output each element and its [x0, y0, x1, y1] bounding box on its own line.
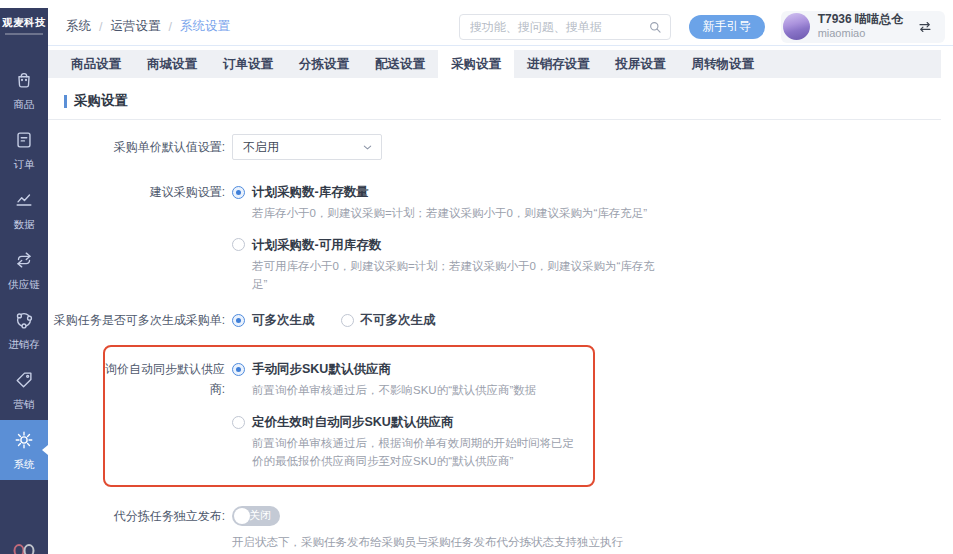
field-unit-price-default: 采购单价默认值设置: 不启用: [48, 134, 941, 160]
goods-bag-icon: [13, 69, 35, 95]
sidebar-item-system[interactable]: 系统: [0, 420, 48, 480]
field-label: 代分拣任务独立发布:: [48, 503, 225, 529]
settings-tabbar: 商品设置 商城设置 订单设置 分拣设置 配送设置 采购设置 进销存设置 投屏设置…: [48, 50, 941, 78]
new-user-guide-button[interactable]: 新手引导: [689, 15, 765, 39]
search-input[interactable]: [470, 20, 648, 34]
option-title: 手动同步SKU默认供应商: [252, 359, 391, 379]
radio-option-multi-not-allowed[interactable]: 不可多次生成: [341, 307, 436, 333]
sidebar-item-label: 订单: [14, 158, 35, 172]
tab-delivery-settings[interactable]: 配送设置: [362, 50, 438, 78]
field-multi-generate: 采购任务是否可多次生成采购单: 可多次生成 不可多次生成: [48, 307, 941, 333]
tab-invoicing-settings[interactable]: 进销存设置: [514, 50, 603, 78]
inventory-cycle-icon: [13, 309, 35, 335]
app-logo-subtext: [5, 33, 43, 35]
user-account-chip[interactable]: T7936 喵喵总仓 miaomiao: [781, 11, 945, 43]
sidebar-item-inventory[interactable]: 进销存: [0, 300, 48, 360]
sidebar-item-supply-chain[interactable]: 供应链: [0, 240, 48, 300]
breadcrumb-separator: /: [99, 20, 102, 34]
radio-option-plan-available-stock[interactable]: 计划采购数-可用库存数: [232, 235, 668, 255]
option-title: 定价生效时自动同步SKU默认供应商: [252, 412, 453, 432]
search-box: [459, 14, 671, 40]
supply-chain-arrows-icon: [13, 249, 35, 275]
section-divider: [48, 119, 941, 120]
field-label: 采购任务是否可多次生成采购单:: [48, 307, 225, 333]
breadcrumb-item-system[interactable]: 系统: [66, 18, 91, 35]
field-independent-publish: 代分拣任务独立发布: 关闭 开启状态下，采购任务发布给采购员与采购任务发布代分拣…: [48, 503, 941, 554]
field-suggest-purchase: 建议采购设置: 计划采购数-库存数量 若库存小于0，则建议采购=计划；若建议采购…: [48, 182, 941, 305]
page-title: 采购设置: [74, 92, 128, 110]
field-label: 询价自动同步默认供应商:: [105, 359, 225, 482]
chevron-down-icon: [362, 142, 373, 153]
sidebar-item-label: 商品: [14, 98, 35, 112]
sidebar-nav: 商品 订单 数据: [0, 60, 48, 480]
sidebar-item-label: 营销: [14, 398, 35, 412]
orders-doc-icon: [13, 129, 35, 155]
option-help: 前置询价单审核通过后，根据询价单有效周期的开始时间将已定价的最低报价供应商同步至…: [252, 435, 581, 471]
option-title: 可多次生成: [252, 307, 315, 333]
radio-checked-icon: [232, 314, 245, 327]
system-settings-page: 观麦科技 商品: [0, 0, 953, 554]
radio-checked-icon: [232, 363, 245, 376]
search-icon[interactable]: [648, 20, 662, 34]
app-logo[interactable]: 观麦科技: [0, 8, 48, 42]
option-help: 若库存小于0，则建议采购=计划；若建议采购小于0，则建议采购为“库存充足”: [252, 205, 668, 223]
purchase-settings-panel: 采购设置 采购单价默认值设置: 不启用 建议采购设置: 计划采购数-库存数量 若…: [48, 78, 941, 554]
sidebar: 观麦科技 商品: [0, 8, 48, 554]
radio-checked-icon: [232, 186, 245, 199]
user-account: miaomiao: [818, 27, 903, 41]
breadcrumb: 系统 / 运营设置 / 系统设置: [66, 18, 230, 35]
option-help: 前置询价单审核通过后，不影响SKU的“默认供应商”数据: [252, 382, 581, 400]
sidebar-item-label: 数据: [14, 218, 35, 232]
annotation-highlight-box: 询价自动同步默认供应商: 手动同步SKU默认供应商 前置询价单审核通过后，不影响…: [103, 345, 595, 486]
sidebar-item-data[interactable]: 数据: [0, 180, 48, 240]
tab-screencast-settings[interactable]: 投屏设置: [603, 50, 679, 78]
unit-price-select[interactable]: 不启用: [232, 134, 382, 160]
tab-order-settings[interactable]: 订单设置: [210, 50, 286, 78]
option-title: 计划采购数-可用库存数: [252, 235, 381, 255]
independent-publish-toggle[interactable]: 关闭: [232, 506, 280, 526]
option-title: 不可多次生成: [361, 307, 436, 333]
toggle-help-on: 开启状态下，采购任务发布给采购员与采购任务发布代分拣状态支持独立执行: [232, 532, 623, 553]
radio-option-manual-sync-supplier[interactable]: 手动同步SKU默认供应商: [232, 359, 581, 379]
toggle-knob: [234, 508, 250, 524]
toggle-state-label: 关闭: [249, 508, 271, 523]
radio-unchecked-icon: [232, 416, 245, 429]
breadcrumb-item-system-settings[interactable]: 系统设置: [180, 18, 230, 35]
user-name: T7936 喵喵总仓: [818, 12, 903, 27]
tab-purchase-settings[interactable]: 采购设置: [438, 50, 514, 78]
sidebar-item-goods[interactable]: 商品: [0, 60, 48, 120]
section-title-bar: [64, 95, 67, 108]
brand-mark: [14, 544, 35, 554]
sidebar-item-label: 系统: [14, 458, 35, 472]
option-help: 若可用库存小于0，则建议采购=计划；若建议采购小于0，则建议采购为“库存充足”: [252, 258, 668, 294]
sidebar-item-marketing[interactable]: 营销: [0, 360, 48, 420]
toggle-help: 开启状态下，采购任务发布给采购员与采购任务发布代分拣状态支持独立执行 关闭状态下…: [232, 532, 623, 554]
section-header: 采购设置: [64, 92, 941, 110]
radio-option-multi-allowed[interactable]: 可多次生成: [232, 307, 315, 333]
radio-unchecked-icon: [232, 238, 245, 251]
marketing-tag-icon: [13, 369, 35, 395]
user-names: T7936 喵喵总仓 miaomiao: [818, 12, 903, 41]
tab-goods-settings[interactable]: 商品设置: [58, 50, 134, 78]
data-chart-icon: [13, 189, 35, 215]
radio-option-plan-stock-qty[interactable]: 计划采购数-库存数量: [232, 182, 668, 202]
sidebar-item-label: 供应链: [8, 278, 40, 292]
tab-mall-settings[interactable]: 商城设置: [134, 50, 210, 78]
tab-turnover-settings[interactable]: 周转物设置: [679, 50, 768, 78]
system-gear-icon: [13, 429, 35, 455]
breadcrumb-item-operation-settings[interactable]: 运营设置: [110, 18, 160, 35]
sidebar-item-label: 进销存: [8, 338, 40, 352]
field-label: 建议采购设置:: [48, 182, 225, 202]
app-logo-text: 观麦科技: [2, 16, 46, 30]
breadcrumb-separator: /: [168, 20, 171, 34]
field-label: 采购单价默认值设置:: [48, 134, 225, 160]
radio-unchecked-icon: [341, 314, 354, 327]
select-value: 不启用: [243, 139, 279, 156]
option-title: 计划采购数-库存数量: [252, 182, 369, 202]
top-header: 系统 / 运营设置 / 系统设置 新手引导 T7936 喵喵总仓 miaomia…: [48, 8, 953, 46]
brand-petal-icon: [24, 544, 35, 554]
radio-option-auto-sync-supplier[interactable]: 定价生效时自动同步SKU默认供应商: [232, 412, 581, 432]
tab-sorting-settings[interactable]: 分拣设置: [286, 50, 362, 78]
sidebar-item-orders[interactable]: 订单: [0, 120, 48, 180]
switch-account-icon[interactable]: [917, 19, 933, 35]
